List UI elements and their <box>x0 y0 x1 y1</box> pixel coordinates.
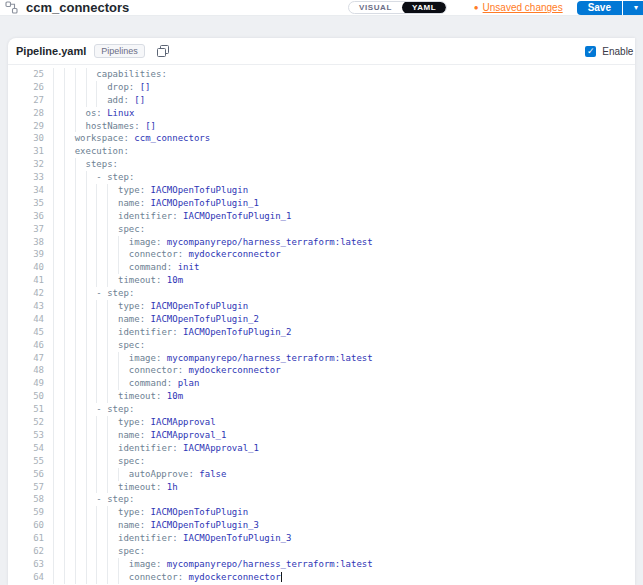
code-line[interactable]: name: IACMOpenTofuPlugin_3 <box>53 519 635 532</box>
code-line[interactable]: identifier: IACMOpenTofuPlugin_1 <box>53 210 635 223</box>
save-menu-button[interactable]: ▾ <box>623 1 643 15</box>
indent-guide <box>107 468 108 481</box>
code-line[interactable]: autoApprove: false <box>53 468 635 481</box>
code-line[interactable]: capabilities: <box>53 68 635 81</box>
indent-guide <box>53 339 54 352</box>
code-line[interactable]: image: mycompanyrepo/harness_terraform:l… <box>53 236 635 249</box>
yaml-value: IACMApproval_1 <box>151 430 227 440</box>
indent-guide <box>107 313 108 326</box>
code-line[interactable]: os: Linux <box>53 107 635 120</box>
code-line[interactable]: steps: <box>53 158 635 171</box>
indent-guide <box>86 68 87 81</box>
indent-guide <box>75 532 76 545</box>
indent-guide <box>96 313 97 326</box>
code-line[interactable]: type: IACMOpenTofuPlugin <box>53 300 635 313</box>
page-background: Pipeline.yaml Pipelines ✓ Enable read/ 2… <box>0 16 643 585</box>
code-line[interactable]: - step: <box>53 403 635 416</box>
code-line[interactable]: connector: mydockerconnector <box>53 248 635 261</box>
indent-guide <box>64 403 65 416</box>
indent-guide <box>86 455 87 468</box>
yaml-key: name: <box>118 520 145 530</box>
indent-guide <box>64 197 65 210</box>
code-line[interactable]: timeout: 10m <box>53 274 635 287</box>
readonly-checkbox[interactable]: ✓ <box>585 46 596 57</box>
indent-guide <box>75 558 76 571</box>
indent-guide <box>118 248 119 261</box>
code-line[interactable]: spec: <box>53 339 635 352</box>
code-line[interactable]: spec: <box>53 455 635 468</box>
code-line[interactable]: name: IACMApproval_1 <box>53 429 635 442</box>
indent-guide <box>53 558 54 571</box>
indent-guide <box>75 94 76 107</box>
code-line[interactable]: type: IACMOpenTofuPlugin <box>53 184 635 197</box>
indent-guide <box>96 416 97 429</box>
indent-guide <box>75 197 76 210</box>
top-bar: ccm_connectors VISUAL YAML ● Unsaved cha… <box>0 0 643 16</box>
code-line[interactable]: command: plan <box>53 377 635 390</box>
indent-guide <box>64 493 65 506</box>
copy-yaml-button[interactable] <box>157 45 169 57</box>
indent-guide <box>64 94 65 107</box>
line-number: 36 <box>8 210 44 223</box>
toggle-yaml-button[interactable]: YAML <box>402 1 446 14</box>
indent-guide <box>96 339 97 352</box>
indent-guide <box>64 132 65 145</box>
code-line[interactable]: connector: mydockerconnector <box>53 571 635 584</box>
yaml-editor[interactable]: 2526272829303132333435363738394041424344… <box>8 65 635 584</box>
line-number: 62 <box>8 545 44 558</box>
code-line[interactable]: type: IACMOpenTofuPlugin <box>53 506 635 519</box>
line-number: 43 <box>8 300 44 313</box>
indent-guide <box>86 364 87 377</box>
code-line[interactable]: hostNames: [] <box>53 120 635 133</box>
code-line[interactable]: identifier: IACMOpenTofuPlugin_3 <box>53 532 635 545</box>
code-line[interactable]: name: IACMOpenTofuPlugin_2 <box>53 313 635 326</box>
indent-guide <box>53 145 54 158</box>
code-line[interactable]: drop: [] <box>53 81 635 94</box>
indent-guide <box>107 506 108 519</box>
indent-guide <box>75 300 76 313</box>
code-line[interactable]: - step: <box>53 493 635 506</box>
indent-guide <box>75 68 76 81</box>
code-line[interactable]: identifier: IACMOpenTofuPlugin_2 <box>53 326 635 339</box>
code-line[interactable]: timeout: 1h <box>53 481 635 494</box>
code-line[interactable]: spec: <box>53 223 635 236</box>
yaml-key: execution: <box>75 146 129 156</box>
code-line[interactable]: add: [] <box>53 94 635 107</box>
indent-guide <box>107 519 108 532</box>
toggle-visual-button[interactable]: VISUAL <box>349 1 402 14</box>
code-line[interactable]: - step: <box>53 171 635 184</box>
code-line[interactable]: spec: <box>53 545 635 558</box>
code-line[interactable]: name: IACMOpenTofuPlugin_1 <box>53 197 635 210</box>
code-content[interactable]: capabilities: drop: [] add: [] os: Linux… <box>53 68 635 584</box>
indent-guide <box>53 300 54 313</box>
yaml-key: name: <box>118 430 145 440</box>
code-line[interactable]: identifier: IACMApproval_1 <box>53 442 635 455</box>
indent-guide <box>53 429 54 442</box>
yaml-key: spec: <box>118 546 145 556</box>
indent-guide <box>53 571 54 584</box>
unsaved-changes-link[interactable]: ● Unsaved changes <box>474 2 563 13</box>
code-line[interactable]: image: mycompanyrepo/harness_terraform:l… <box>53 558 635 571</box>
indent-guide <box>86 442 87 455</box>
save-button[interactable]: Save <box>577 1 622 15</box>
code-line[interactable]: type: IACMApproval <box>53 416 635 429</box>
indent-guide <box>96 571 97 584</box>
indent-guide <box>86 210 87 223</box>
code-line[interactable]: workspace: ccm_connectors <box>53 132 635 145</box>
yaml-key: command: <box>129 378 172 388</box>
code-line[interactable]: image: mycompanyrepo/harness_terraform:l… <box>53 352 635 365</box>
code-line[interactable]: execution: <box>53 145 635 158</box>
indent-guide <box>96 197 97 210</box>
indent-guide <box>96 455 97 468</box>
indent-guide <box>86 184 87 197</box>
indent-guide <box>64 158 65 171</box>
yaml-key: image: <box>129 237 162 247</box>
indent-guide <box>64 506 65 519</box>
code-line[interactable]: command: init <box>53 261 635 274</box>
indent-guide <box>96 274 97 287</box>
code-line[interactable]: connector: mydockerconnector <box>53 364 635 377</box>
indent-guide <box>107 261 108 274</box>
unsaved-changes-label: Unsaved changes <box>483 2 563 13</box>
code-line[interactable]: - step: <box>53 287 635 300</box>
code-line[interactable]: timeout: 10m <box>53 390 635 403</box>
